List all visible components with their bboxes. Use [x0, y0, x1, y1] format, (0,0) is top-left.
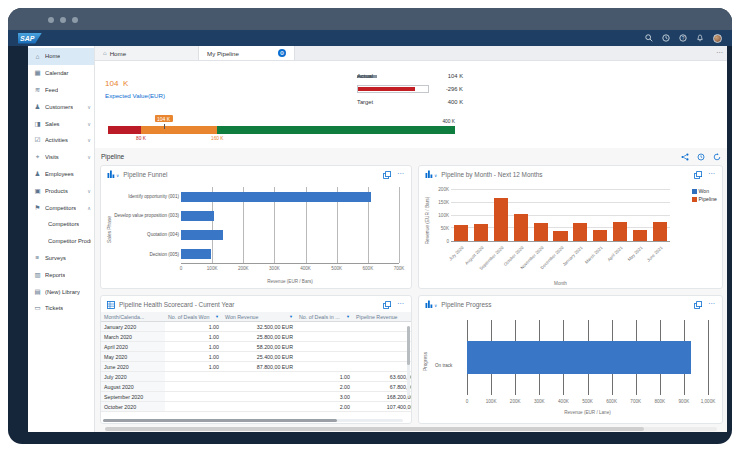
- chart-type-selector-icon[interactable]: ∨: [425, 170, 437, 178]
- tab-overflow-icon[interactable]: ⋯: [716, 46, 723, 60]
- sidebar-item-competitors[interactable]: ⚑Competitors∧: [28, 199, 94, 216]
- overflow-menu-icon[interactable]: ⋯: [708, 171, 716, 177]
- tab-home[interactable]: ⌂ Home: [95, 46, 199, 60]
- window-dot[interactable]: [72, 17, 78, 23]
- table-vertical-scrollbar[interactable]: [407, 326, 411, 396]
- chart-type-selector-icon[interactable]: ∨: [425, 300, 437, 308]
- column-header[interactable]: Pipeline Revenue▼: [353, 312, 411, 321]
- chevron-down-icon[interactable]: ∨: [87, 137, 91, 143]
- table-cell: [353, 352, 411, 361]
- overflow-menu-icon[interactable]: ⋯: [397, 171, 405, 177]
- search-icon[interactable]: [645, 34, 653, 42]
- funnel-bar[interactable]: [181, 249, 211, 260]
- sidebar-item-home[interactable]: ⌂Home: [28, 48, 94, 65]
- refresh-icon[interactable]: [713, 153, 721, 161]
- monthly-bar[interactable]: [633, 230, 647, 241]
- chevron-down-icon[interactable]: ∨: [87, 121, 91, 127]
- sidebar-item-calendar[interactable]: ▦Calendar: [28, 65, 94, 82]
- progress-bar[interactable]: [467, 341, 691, 374]
- sidebar-item-label: Competitors: [45, 205, 76, 211]
- overflow-menu-icon[interactable]: ⋯: [397, 301, 405, 307]
- sort-icon[interactable]: ▼: [346, 314, 350, 319]
- open-in-new-icon[interactable]: [383, 165, 391, 183]
- monthly-bar[interactable]: [474, 224, 488, 241]
- monthly-bar[interactable]: [534, 223, 548, 241]
- column-header[interactable]: Month/Calenda...: [101, 312, 165, 321]
- monthly-bar[interactable]: [553, 231, 567, 241]
- table-row[interactable]: July 20201.0063.600,00 EUR: [101, 372, 411, 382]
- sort-icon[interactable]: ▼: [215, 314, 219, 319]
- sidebar-item-customers[interactable]: ♟Customers∨: [28, 98, 94, 115]
- sort-icon[interactable]: ▼: [289, 314, 293, 319]
- sidebar-item-products[interactable]: ▣Products∨: [28, 182, 94, 199]
- chevron-down-icon[interactable]: ∨: [87, 104, 91, 110]
- table-row[interactable]: August 20202.0067.800,00 EUR: [101, 382, 411, 392]
- progress-category-label: On track: [435, 363, 452, 368]
- open-in-new-icon[interactable]: [694, 295, 702, 313]
- monthly-bar[interactable]: [653, 222, 667, 241]
- sidebar-item-sales[interactable]: ◨Sales∨: [28, 115, 94, 132]
- chart-type-selector-icon[interactable]: ∨: [107, 170, 119, 178]
- funnel-bar[interactable]: [181, 192, 371, 203]
- personalize-gear-icon[interactable]: ⚙: [278, 49, 286, 57]
- monthly-bar[interactable]: [454, 225, 468, 241]
- sidebar-item-reports[interactable]: ▥Reports: [28, 266, 94, 283]
- table-row[interactable]: September 20203.00168.200,00 EUR: [101, 392, 411, 402]
- sidebar-item-visits[interactable]: ⌖Visits∨: [28, 149, 94, 166]
- window-dot[interactable]: [60, 17, 66, 23]
- table-row[interactable]: October 20202.00107.400,00 EUR: [101, 402, 411, 412]
- table-row[interactable]: June 20201.0087.800,00 EUR: [101, 362, 411, 372]
- chevron-down-icon[interactable]: ∨: [87, 154, 91, 160]
- legend-item-pipeline[interactable]: Pipeline: [692, 196, 717, 202]
- table-row[interactable]: March 20201.0025.800,00 EUR: [101, 332, 411, 342]
- kpi-label-link[interactable]: Expected Value(EUR): [105, 92, 165, 99]
- history-icon[interactable]: [697, 153, 705, 161]
- sap-logo[interactable]: SAP: [18, 33, 42, 44]
- monthly-bar[interactable]: [613, 222, 627, 241]
- funnel-bar[interactable]: [181, 230, 223, 241]
- sidebar-item-employees[interactable]: ♟Employees: [28, 166, 94, 183]
- history-icon[interactable]: [662, 34, 670, 42]
- user-avatar[interactable]: [713, 34, 722, 43]
- share-icon[interactable]: [681, 153, 689, 161]
- table-cell: 107.400,00 EUR: [353, 402, 411, 411]
- overflow-menu-icon[interactable]: ⋯: [708, 301, 716, 307]
- funnel-category-label: Identify opportunity (001): [113, 194, 179, 199]
- help-icon[interactable]: ?: [679, 34, 687, 42]
- sidebar-item--new-library[interactable]: ▤(New) Library: [28, 283, 94, 300]
- chevron-up-icon[interactable]: ∧: [87, 205, 91, 211]
- monthly-bar[interactable]: [573, 223, 587, 241]
- table-row[interactable]: April 20201.0058.200,00 EUR: [101, 342, 411, 352]
- column-header[interactable]: No. of Deals in ...▼: [296, 312, 353, 321]
- legend-item-won[interactable]: Won: [692, 188, 717, 194]
- open-in-new-icon[interactable]: [694, 165, 702, 183]
- chevron-down-icon[interactable]: ∨: [87, 188, 91, 194]
- x-tick-label: 300K: [269, 266, 280, 271]
- table-row[interactable]: May 20201.0025.400,00 EUR: [101, 352, 411, 362]
- table-icon[interactable]: [107, 295, 115, 313]
- monthly-bar[interactable]: [593, 230, 607, 241]
- legend-actual-value: 104 K: [448, 73, 463, 79]
- window-dot[interactable]: [48, 17, 54, 23]
- notifications-icon[interactable]: [696, 34, 704, 42]
- table-cell: September 2020: [101, 392, 165, 401]
- monthly-bar[interactable]: [514, 214, 528, 241]
- monthly-bar[interactable]: [494, 198, 508, 241]
- table-cell: March 2020: [101, 332, 165, 341]
- table-row[interactable]: January 20201.0032.500,00 EUR: [101, 322, 411, 332]
- funnel-bar[interactable]: [181, 211, 214, 222]
- sidebar-item-tickets[interactable]: ▭Tickets: [28, 300, 94, 317]
- open-in-new-icon[interactable]: [383, 295, 391, 313]
- table-horizontal-scrollbar[interactable]: [103, 419, 403, 423]
- sidebar-item-feed[interactable]: ≋Feed: [28, 82, 94, 99]
- column-header[interactable]: No. of Deals Won▼: [165, 312, 222, 321]
- sidebar-item-surveys[interactable]: ≡Surveys: [28, 250, 94, 267]
- sidebar-item-competitors[interactable]: Competitors: [28, 216, 94, 233]
- tab-my-pipeline[interactable]: My Pipeline ⚙: [199, 46, 295, 60]
- table-cell: 1.00: [165, 352, 222, 361]
- column-header[interactable]: Won Revenue▼: [222, 312, 296, 321]
- sidebar-item-activities[interactable]: ☑Activities∨: [28, 132, 94, 149]
- sidebar-item-label: Competitor Products: [48, 238, 91, 244]
- sidebar-item-competitor-products[interactable]: Competitor Products: [28, 233, 94, 250]
- dashboard-horizontal-scrollbar[interactable]: [105, 427, 717, 431]
